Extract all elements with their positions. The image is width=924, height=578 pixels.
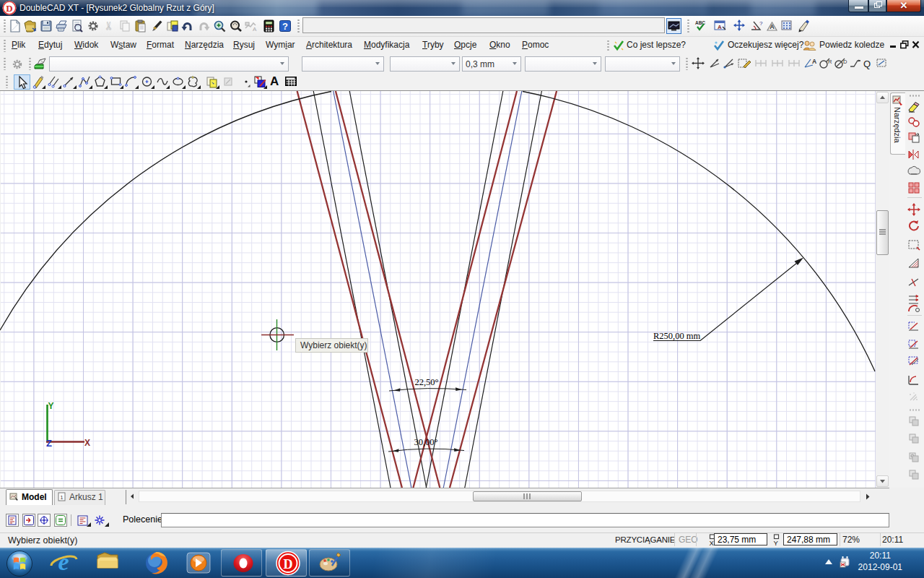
svg-text:A: A: [812, 58, 816, 65]
svg-text:Z: Z: [46, 438, 52, 449]
svg-text:A: A: [253, 26, 257, 33]
svg-text:X: X: [84, 438, 90, 448]
svg-text:R250,00 mm: R250,00 mm: [653, 331, 701, 341]
svg-text:Y: Y: [48, 401, 54, 411]
svg-text:A: A: [718, 24, 722, 30]
svg-text:D: D: [284, 557, 293, 571]
svg-text:1: 1: [60, 494, 64, 501]
svg-text:?: ?: [759, 20, 763, 27]
svg-text:?: ?: [282, 21, 288, 32]
svg-text:✄: ✄: [103, 21, 115, 30]
svg-text:Y: Y: [774, 539, 779, 547]
svg-text:D: D: [843, 59, 847, 65]
svg-text:D: D: [6, 3, 12, 14]
svg-text:A: A: [770, 23, 775, 30]
svg-text:e: e: [58, 548, 69, 575]
svg-text:30,00°: 30,00°: [414, 437, 437, 447]
svg-text:R: R: [828, 59, 832, 65]
svg-text:22,50°: 22,50°: [414, 377, 438, 387]
